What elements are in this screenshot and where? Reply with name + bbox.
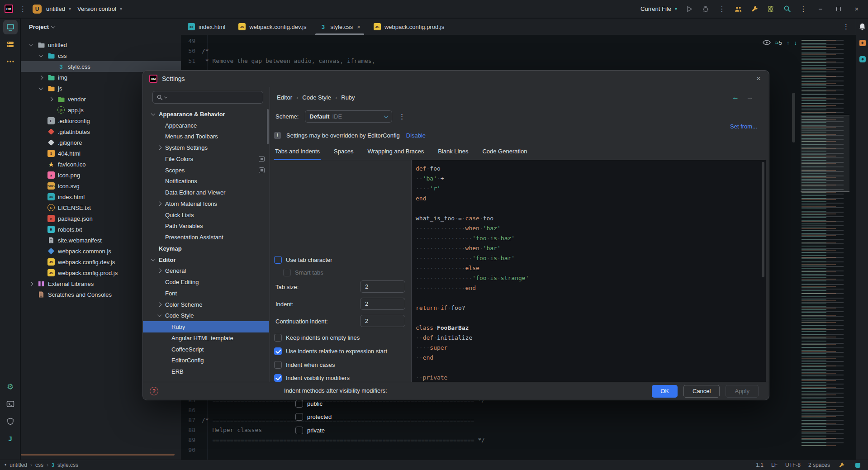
checkbox-row-private[interactable]: private <box>295 425 325 436</box>
close-window-button[interactable]: × <box>852 5 862 13</box>
atom-plugin-icon[interactable] <box>767 5 775 13</box>
code-with-me-icon[interactable] <box>734 5 742 13</box>
minimize-button[interactable]: − <box>816 5 825 13</box>
settings-item-editor[interactable]: Editor <box>143 254 269 266</box>
tree-item-untitled[interactable]: untitled <box>21 39 181 50</box>
project-horizontal-scrollbar[interactable] <box>21 454 175 456</box>
checkbox-row-smart-tabs[interactable]: Smart tabs <box>283 267 323 278</box>
minimap-viewport[interactable] <box>801 115 849 192</box>
settings-item-erb[interactable]: ERB <box>143 366 269 377</box>
breadcrumb-item-ruby[interactable]: Ruby <box>341 94 355 101</box>
chevron-down-icon[interactable] <box>27 43 34 47</box>
close-tab-icon[interactable]: × <box>357 24 360 30</box>
tab-code-generation[interactable]: Code Generation <box>481 145 528 160</box>
chevron-down-icon[interactable] <box>37 54 44 57</box>
checkbox-use-indents-relative-to-expression-start[interactable] <box>274 347 282 355</box>
settings-sync-icon[interactable]: ⚙ <box>3 380 18 394</box>
settings-item-angular-html-template[interactable]: Angular HTML template <box>143 332 269 344</box>
editor-scrollbar[interactable] <box>792 93 795 142</box>
back-arrow-icon[interactable]: ← <box>732 93 739 101</box>
status-breadcrumb-item[interactable]: style.css <box>57 462 78 468</box>
settings-item-system-settings[interactable]: System Settings <box>143 142 269 153</box>
checkbox-smart-tabs[interactable] <box>283 269 291 276</box>
minimap[interactable] <box>802 40 849 447</box>
checkbox-row-use-tab-character[interactable]: Use tab character <box>274 254 332 265</box>
breadcrumb-item-code-style[interactable]: Code Style <box>302 94 331 101</box>
tree-item-css[interactable]: css <box>21 50 181 61</box>
scheme-dropdown[interactable]: Default IDE <box>305 110 392 123</box>
settings-tree-scrollbar[interactable] <box>267 109 269 144</box>
ok-button[interactable]: OK <box>652 385 678 398</box>
main-menu-icon[interactable]: ⋮ <box>19 5 26 13</box>
tab-blank-lines[interactable]: Blank Lines <box>437 145 469 160</box>
settings-item-menus-and-toolbars[interactable]: Menus and Toolbars <box>143 131 269 142</box>
apply-button[interactable]: Apply <box>726 385 759 398</box>
editor-tab-webpack-config-dev-js[interactable]: JSwebpack.config.dev.js <box>232 19 313 35</box>
status-widget-1-1[interactable]: 1:1 <box>756 462 764 468</box>
settings-item-ruby[interactable]: Ruby <box>143 321 269 332</box>
project-tool-icon[interactable] <box>3 20 18 34</box>
forward-arrow-icon[interactable]: → <box>746 93 754 101</box>
run-configuration-selector[interactable]: Current File ▾ <box>640 5 677 12</box>
inspections-summary[interactable]: ≈5 <box>775 39 782 46</box>
quick-tools-icon[interactable] <box>750 5 759 13</box>
settings-item-file-colors[interactable]: File Colors <box>143 153 269 165</box>
security-tool-icon[interactable] <box>3 414 18 428</box>
checkbox-public[interactable] <box>295 400 303 408</box>
reader-mode-eye-icon[interactable] <box>763 38 771 47</box>
hammer-icon[interactable] <box>838 461 846 469</box>
settings-item-code-editing[interactable]: Code Editing <box>143 276 269 288</box>
chevron-right-icon[interactable] <box>156 202 163 205</box>
settings-item-font[interactable]: Font <box>143 288 269 299</box>
status-widget-2-spaces[interactable]: 2 spaces <box>808 462 830 468</box>
settings-item-general[interactable]: General <box>143 266 269 277</box>
settings-item-path-variables[interactable]: Path Variables <box>143 221 269 232</box>
input-indent[interactable]: 2 <box>360 298 405 310</box>
chevron-right-icon[interactable] <box>156 146 163 149</box>
breadcrumb-item-editor[interactable]: Editor <box>277 94 292 101</box>
editor-tab-webpack-config-prod-js[interactable]: JSwebpack.config.prod.js <box>367 19 451 35</box>
vcs-widget[interactable]: Version control ▾ <box>77 5 122 12</box>
editor-tab-style-css[interactable]: 3style.css× <box>313 19 366 35</box>
checkbox-row-indent-when-cases[interactable]: Indent when cases <box>274 359 335 370</box>
search-options-chevron-icon[interactable] <box>164 95 167 98</box>
checkbox-row-protected[interactable]: protected <box>295 411 332 422</box>
chevron-right-icon[interactable] <box>156 269 163 272</box>
settings-item-atom-material-icons[interactable]: Atom Material Icons <box>143 198 269 209</box>
settings-item-appearance[interactable]: Appearance <box>143 120 269 131</box>
maximize-button[interactable] <box>834 5 844 13</box>
commit-tool-icon[interactable] <box>3 37 18 52</box>
chevron-right-icon[interactable] <box>47 98 54 101</box>
chevron-right-icon[interactable] <box>27 282 34 285</box>
checkbox-indent-when-cases[interactable] <box>274 361 282 369</box>
close-dialog-button[interactable]: × <box>754 74 764 84</box>
chevron-down-icon[interactable] <box>37 87 44 90</box>
status-widget-lf[interactable]: LF <box>771 462 778 468</box>
settings-item-notifications[interactable]: Notifications <box>143 176 269 187</box>
settings-item-appearance-behavior[interactable]: Appearance & Behavior <box>143 109 269 120</box>
checkbox-use-tab-character[interactable] <box>274 256 282 264</box>
help-button[interactable]: ? <box>150 387 158 395</box>
project-widget[interactable]: U untitled ▾ <box>33 5 71 14</box>
settings-item-editorconfig[interactable]: EditorConfig <box>143 355 269 366</box>
set-from-link[interactable]: Set from... <box>730 123 757 130</box>
settings-item-keymap[interactable]: Keymap <box>143 243 269 254</box>
input-tab-size[interactable]: 2 <box>360 280 405 293</box>
settings-item-quick-lists[interactable]: Quick Lists <box>143 209 269 221</box>
tab-wrapping-and-braces[interactable]: Wrapping and Braces <box>366 145 425 160</box>
project-panel-header[interactable]: Project <box>21 19 181 35</box>
services-tool-icon[interactable]: J <box>3 431 18 446</box>
chevron-right-icon[interactable] <box>156 303 163 306</box>
cancel-button[interactable]: Cancel <box>683 385 720 398</box>
status-widget-utf-8[interactable]: UTF-8 <box>785 462 801 468</box>
notifications-icon[interactable] <box>856 19 868 34</box>
prev-problem-arrow-icon[interactable]: ↑ <box>787 39 790 46</box>
search-everywhere-icon[interactable] <box>783 5 791 13</box>
status-breadcrumb-item[interactable]: css <box>35 462 43 468</box>
chevron-down-icon[interactable] <box>156 314 163 317</box>
settings-item-data-editor-and-viewer[interactable]: Data Editor and Viewer <box>143 187 269 198</box>
checkbox-keep-indents-on-empty-lines[interactable] <box>274 334 282 342</box>
settings-dialog-header[interactable]: RM Settings <box>143 71 769 87</box>
checkbox-protected[interactable] <box>295 413 303 421</box>
checkbox-row-keep-indents-on-empty-lines[interactable]: Keep indents on empty lines <box>274 332 360 343</box>
